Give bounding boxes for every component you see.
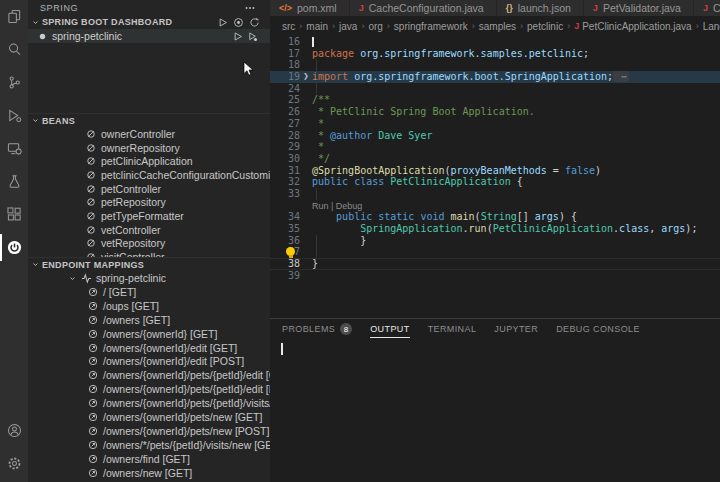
code-line[interactable]: 38} <box>270 258 720 270</box>
panel-tab-label: TERMINAL <box>428 324 477 334</box>
section-beans[interactable]: BEANS <box>28 113 270 127</box>
code-line[interactable]: 19❯import org.springframework.boot.Sprin… <box>270 71 720 83</box>
endpoint-item[interactable]: /owners/*/pets/{petId}/visits/new [GET] <box>28 438 270 452</box>
endpoint-item[interactable]: /owners/{ownerId}/pets/new [GET] <box>28 410 270 424</box>
bean-item[interactable]: petclinicCacheConfigurationCustomizer <box>28 168 270 182</box>
code-token: * <box>312 130 330 141</box>
bean-item[interactable]: vetController <box>28 223 270 237</box>
endpoint-item[interactable]: /oups [GET] <box>28 299 270 313</box>
breadcrumb-item[interactable]: java <box>339 21 357 32</box>
endpoint-item[interactable]: /owners/{ownerId}/pets/{petId}/edit [POS… <box>28 382 270 396</box>
accounts-icon[interactable] <box>0 414 28 447</box>
breadcrumb-item[interactable]: petclinic <box>527 21 563 32</box>
endpoint-item[interactable]: /owners/find [GET] <box>28 452 270 466</box>
run-all-button[interactable] <box>217 17 228 28</box>
code-token: false <box>565 165 595 176</box>
codelens-run-debug[interactable]: Run | Debug <box>312 201 362 211</box>
panel-tab-problems[interactable]: PROBLEMS8 <box>282 319 352 339</box>
endpoint-item[interactable]: /owners/{ownerId}/edit [POST] <box>28 354 270 368</box>
code-line[interactable]: 30 */ <box>270 153 720 165</box>
stop-all-button[interactable] <box>233 17 244 28</box>
remote-explorer-icon[interactable] <box>0 132 28 165</box>
search-icon[interactable] <box>0 33 28 66</box>
refresh-button[interactable] <box>249 17 260 28</box>
testing-icon[interactable] <box>0 165 28 198</box>
code-line[interactable]: 39 <box>270 270 720 282</box>
bean-item[interactable]: petController <box>28 182 270 196</box>
breadcrumb-item[interactable]: samples <box>479 21 516 32</box>
editor-tab[interactable]: JCrashController.java <box>694 0 720 16</box>
more-actions-icon[interactable] <box>244 2 256 16</box>
bean-item[interactable]: vetRepository <box>28 237 270 251</box>
settings-gear-icon[interactable] <box>0 447 28 480</box>
code-text: } <box>312 258 720 270</box>
code-line[interactable]: 17package org.springframework.samples.pe… <box>270 48 720 60</box>
editor-tab[interactable]: {}launch.json <box>497 0 584 16</box>
endpoint-item[interactable]: /owners [GET] <box>28 313 270 327</box>
code-line[interactable]: 27 * <box>270 118 720 130</box>
fold-gutter <box>300 246 312 258</box>
section-endpoint-mappings[interactable]: ENDPOINT MAPPINGS <box>28 257 270 271</box>
debug-app-button[interactable] <box>247 31 258 42</box>
code-line[interactable]: 34 public static void main(String[] args… <box>270 211 720 223</box>
extensions-icon[interactable] <box>0 198 28 231</box>
breadcrumb-item[interactable]: Language Support for Ja <box>703 21 720 32</box>
editor-tab[interactable]: JPetValidator.java <box>584 0 694 16</box>
fold-chevron-icon[interactable]: ❯ <box>300 71 312 83</box>
code-line[interactable]: 24 <box>270 83 720 95</box>
code-line[interactable]: 35 SpringApplication.run(PetClinicApplic… <box>270 223 720 235</box>
endpoint-item[interactable]: /owners/new [GET] <box>28 466 270 480</box>
endpoint-item[interactable]: /owners/{ownerId}/pets/{petId}/edit [GET… <box>28 368 270 382</box>
code-token: } <box>312 235 366 246</box>
bean-item[interactable]: petTypeFormatter <box>28 209 270 223</box>
code-text: import org.springframework.boot.SpringAp… <box>312 71 720 83</box>
indent-guide <box>316 188 317 200</box>
code-line[interactable]: 31@SpringBootApplication(proxyBeanMethod… <box>270 165 720 177</box>
endpoint-item[interactable]: /owners/{ownerId}/edit [GET] <box>28 341 270 355</box>
activity-bar <box>0 0 28 482</box>
output-view[interactable] <box>270 339 720 479</box>
breadcrumb-item[interactable]: springframework <box>394 21 468 32</box>
run-app-button[interactable] <box>232 31 243 42</box>
code-token: org.springframework.samples.petclinic <box>360 48 583 59</box>
endpoint-item[interactable]: /owners/{ownerId}/pets/{petId}/visits/ne… <box>28 396 270 410</box>
code-line[interactable]: 37 <box>270 246 720 258</box>
code-line[interactable]: 25/** <box>270 94 720 106</box>
editor-tab[interactable]: JCacheConfiguration.java <box>350 0 497 16</box>
explorer-icon[interactable] <box>0 0 28 33</box>
code-line[interactable]: 36 } <box>270 235 720 247</box>
spring-boot-dashboard-icon[interactable] <box>0 231 28 264</box>
dashboard-app-spring-petclinic[interactable]: spring-petclinic <box>28 29 270 43</box>
breadcrumb-item[interactable]: org <box>368 21 382 32</box>
bean-item[interactable]: ownerController <box>28 127 270 141</box>
bottom-panel: PROBLEMS8OUTPUTTERMINALJUPYTERDEBUG CONS… <box>270 318 720 482</box>
code-line[interactable]: 28 * @author Dave Syer <box>270 130 720 142</box>
panel-tab-output[interactable]: OUTPUT <box>370 319 409 339</box>
code-editor[interactable]: 1617package org.springframework.samples.… <box>270 36 720 318</box>
breadcrumb-item[interactable]: src <box>282 21 295 32</box>
codelens-row[interactable]: Run | Debug <box>270 200 720 212</box>
source-control-icon[interactable] <box>0 66 28 99</box>
bean-item[interactable]: visitController <box>28 250 270 257</box>
endpoints-app-node[interactable]: spring-petclinic <box>28 271 270 285</box>
bean-item[interactable]: petRepository <box>28 195 270 209</box>
bean-item[interactable]: ownerRepository <box>28 141 270 155</box>
code-line[interactable]: 33 <box>270 188 720 200</box>
code-line[interactable]: 29 * <box>270 141 720 153</box>
panel-tab-jupyter[interactable]: JUPYTER <box>494 319 538 339</box>
code-line[interactable]: 18 <box>270 59 720 71</box>
code-line[interactable]: 26 * PetClinic Spring Boot Application. <box>270 106 720 118</box>
code-line[interactable]: 16 <box>270 36 720 48</box>
section-spring-boot-dashboard[interactable]: SPRING BOOT DASHBOARD <box>28 15 270 29</box>
breadcrumb-item[interactable]: main <box>306 21 328 32</box>
editor-tab[interactable]: </>pom.xml <box>270 0 350 16</box>
run-debug-icon[interactable] <box>0 99 28 132</box>
bean-item[interactable]: petClinicApplication <box>28 154 270 168</box>
endpoint-item[interactable]: / [GET] <box>28 285 270 299</box>
endpoint-item[interactable]: /owners/{ownerId} [GET] <box>28 327 270 341</box>
code-line[interactable]: 32public class PetClinicApplication { <box>270 176 720 188</box>
panel-tab-terminal[interactable]: TERMINAL <box>428 319 477 339</box>
panel-tab-debug-console[interactable]: DEBUG CONSOLE <box>556 319 640 339</box>
breadcrumb-item[interactable]: JPetClinicApplication.java <box>574 21 692 32</box>
endpoint-item[interactable]: /owners/{ownerId}/pets/new [POST] <box>28 424 270 438</box>
